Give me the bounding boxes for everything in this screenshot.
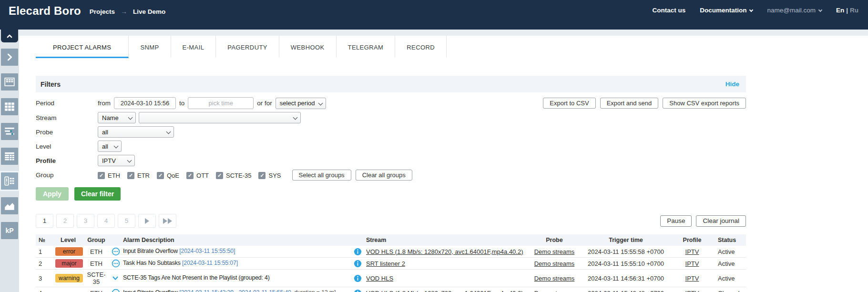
next-page-button[interactable] — [138, 214, 156, 228]
status-text: Active — [715, 270, 746, 287]
level-select[interactable]: all — [98, 141, 122, 152]
checkbox-scte-35[interactable]: ✓ — [216, 172, 223, 179]
sidebar-item-journal[interactable] — [1, 172, 18, 190]
sidebar-item-chevron-right[interactable] — [1, 49, 18, 66]
profile-link[interactable]: IPTV — [685, 260, 699, 267]
last-page-button[interactable] — [159, 214, 176, 228]
stream-link[interactable]: SRT listener 2 — [366, 260, 405, 267]
lang-ru-button[interactable]: Ru — [850, 7, 858, 14]
user-account-menu[interactable]: name@mail.com — [767, 7, 821, 14]
breadcrumb-current[interactable]: Live Demo — [133, 8, 165, 15]
checkbox-eth[interactable]: ✓ — [98, 172, 105, 179]
ellipsis-circle-icon[interactable] — [112, 259, 120, 268]
period-preset-select[interactable]: select period — [276, 98, 326, 109]
tab-snmp[interactable]: SNMP — [129, 36, 171, 58]
alarm-description: Input Bitrate Overflow [2024-03-11 15:55… — [120, 246, 351, 258]
tab-webhook[interactable]: WEBHOOK — [279, 36, 337, 58]
apply-button[interactable]: Apply — [36, 187, 69, 201]
chevron-down-icon[interactable] — [112, 274, 119, 282]
level-badge: warning — [55, 274, 83, 282]
select-all-groups-button[interactable]: Select all groups — [292, 170, 351, 181]
documentation-menu[interactable]: Documentation — [700, 7, 753, 14]
stream-value-select[interactable] — [139, 112, 301, 123]
trigger-time: 2024-03-11 15:43:48 +0700 — [582, 287, 669, 292]
info-icon[interactable] — [354, 289, 362, 292]
checkbox-etr[interactable]: ✓ — [127, 172, 134, 179]
sidebar-item-list[interactable] — [1, 123, 18, 140]
tab-record[interactable]: RECORD — [395, 36, 447, 58]
stream-search-by-select[interactable]: Name — [98, 112, 136, 123]
show-csv-export-reports-button[interactable]: Show CSV export reports — [663, 98, 746, 109]
alarm-description: SCTE-35 Tags Are Not Present in the Play… — [120, 270, 351, 287]
page-button-1[interactable]: 1 — [36, 214, 53, 228]
group-option-sys[interactable]: ✓SYS — [258, 172, 281, 179]
info-icon[interactable] — [354, 248, 362, 256]
stream-link[interactable]: VOD HLS (1.8 Mb/s: 1280x720, avc1.64001F… — [366, 290, 523, 292]
checkbox-qoe[interactable]: ✓ — [157, 172, 164, 179]
profile-cell: IPTV — [669, 287, 715, 292]
group-label: Group — [36, 171, 98, 179]
sidebar-item-grid[interactable] — [1, 98, 18, 115]
info-icon[interactable] — [354, 260, 362, 268]
app-logo[interactable]: Elecard Boro — [9, 4, 81, 18]
column-header-alarm-description: Alarm Description — [120, 234, 351, 246]
checkbox-sys[interactable]: ✓ — [258, 172, 266, 179]
profile-select[interactable]: IPTV — [98, 155, 135, 166]
tab-project-alarms[interactable]: PROJECT ALARMS — [36, 36, 129, 58]
profile-link[interactable]: IPTV — [685, 290, 699, 292]
sidebar-item-chart[interactable] — [1, 197, 18, 214]
clear-all-groups-button[interactable]: Clear all groups — [356, 170, 412, 181]
group-option-ott[interactable]: ✓OTT — [186, 172, 209, 179]
notification-tabs: PROJECT ALARMSSNMPE-MAILPAGERDUTYWEBHOOK… — [36, 36, 746, 58]
sidebar-item-table[interactable] — [1, 73, 18, 91]
ellipsis-circle-icon[interactable] — [112, 289, 120, 292]
period-to-input[interactable] — [188, 97, 254, 109]
stream-cell: VOD HLS (1.8 Mb/s: 1280x720, avc1.64001F… — [363, 246, 526, 258]
group-option-scte-35[interactable]: ✓SCTE-35 — [216, 172, 251, 179]
lang-en-button[interactable]: En — [836, 7, 844, 14]
description-text: Input Bitrate Overflow — [123, 289, 179, 292]
profile-cell: IPTV — [669, 270, 715, 287]
probe-link[interactable]: Demo streams — [534, 260, 575, 267]
ellipsis-circle-icon[interactable] — [112, 247, 120, 256]
sidebar-item-table-rows[interactable] — [1, 148, 18, 165]
sidebar-collapse-button[interactable] — [1, 30, 18, 42]
profile-link[interactable]: IPTV — [685, 248, 699, 255]
description-time-link[interactable]: [2024-03-11 15:43:39 - 2024-03-11 15:55:… — [179, 289, 291, 292]
page-button-4[interactable]: 4 — [97, 214, 115, 228]
export-and-send-button[interactable]: Export and send — [600, 98, 659, 109]
group-option-eth[interactable]: ✓ETH — [98, 172, 120, 179]
breadcrumb-projects[interactable]: Projects — [90, 8, 115, 15]
checkbox-ott[interactable]: ✓ — [186, 172, 194, 179]
description-time-link[interactable]: [2024-03-11 15:55:50] — [179, 248, 235, 254]
probe-select[interactable]: all — [98, 126, 174, 138]
pause-button[interactable]: Pause — [660, 215, 692, 227]
page-button-2[interactable]: 2 — [56, 214, 74, 228]
export-to-csv-button[interactable]: Export to CSV — [543, 98, 595, 109]
stream-link[interactable]: VOD HLS (1.8 Mb/s: 1280x720, avc1.64001F… — [366, 248, 523, 255]
tab-pagerduty[interactable]: PAGERDUTY — [216, 36, 279, 58]
info-icon[interactable] — [354, 274, 362, 282]
clear-journal-button[interactable]: Clear journal — [696, 215, 746, 227]
probe-link[interactable]: Demo streams — [534, 275, 575, 282]
tab-telegram[interactable]: TELEGRAM — [337, 36, 396, 58]
group-option-etr[interactable]: ✓ETR — [127, 172, 150, 179]
stream-link[interactable]: VOD HLS — [366, 275, 393, 282]
expand-cell — [109, 246, 120, 258]
level-text: error — [62, 290, 74, 292]
probe-link[interactable]: Demo streams — [534, 290, 575, 292]
profile-link[interactable]: IPTV — [685, 275, 699, 282]
status-text: Active — [715, 258, 746, 270]
page-button-3[interactable]: 3 — [77, 214, 94, 228]
sidebar-item-kp[interactable]: kP — [1, 222, 18, 239]
tab-e-mail[interactable]: E-MAIL — [171, 36, 216, 58]
info-cell — [351, 270, 363, 287]
page-button-5[interactable]: 5 — [118, 214, 135, 228]
period-from-input[interactable] — [114, 97, 176, 109]
group-option-qoe[interactable]: ✓QoE — [157, 172, 179, 179]
clear-filter-button[interactable]: Clear filter — [74, 187, 121, 201]
contact-us-link[interactable]: Contact us — [652, 7, 685, 14]
hide-filters-link[interactable]: Hide — [725, 81, 739, 88]
description-time-link[interactable]: [2024-03-11 15:55:07] — [182, 260, 238, 266]
probe-link[interactable]: Demo streams — [534, 248, 575, 255]
